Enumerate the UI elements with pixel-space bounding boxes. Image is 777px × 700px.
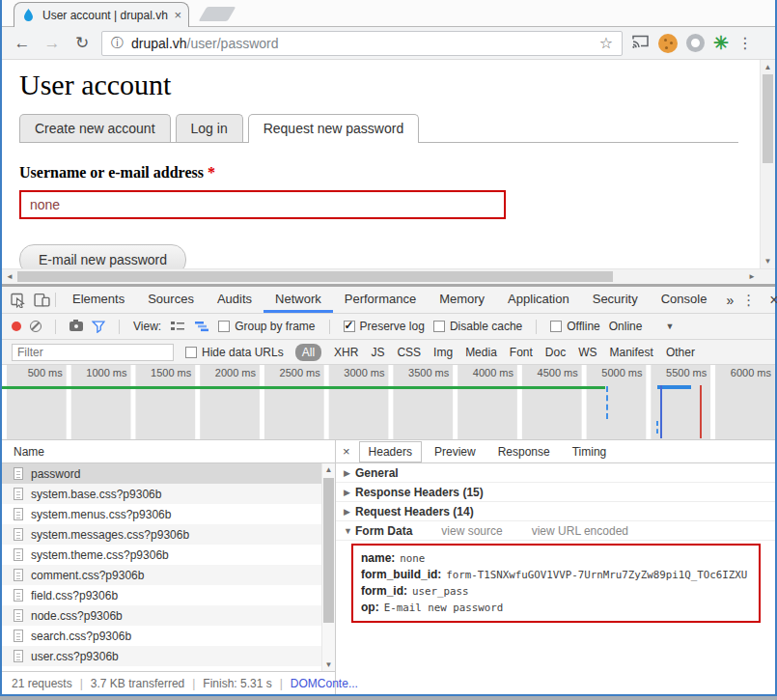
checkbox-unchecked-icon[interactable] bbox=[433, 321, 445, 332]
bookmark-star-icon[interactable]: ☆ bbox=[599, 34, 613, 52]
tab-close-icon[interactable]: × bbox=[174, 8, 181, 22]
details-tab[interactable]: Timing bbox=[563, 441, 617, 462]
list-scroll-thumb[interactable] bbox=[323, 478, 334, 623]
details-close-icon[interactable]: × bbox=[343, 444, 350, 459]
headers-section[interactable]: ▼ Form Data view sourceview URL encoded bbox=[336, 521, 775, 541]
request-type-filter[interactable]: Doc bbox=[545, 346, 566, 359]
request-type-filter[interactable]: XHR bbox=[334, 346, 358, 359]
hide-data-urls-checkbox[interactable]: Hide data URLs bbox=[185, 346, 284, 359]
details-tab[interactable]: Headers bbox=[359, 441, 422, 462]
checkbox-unchecked-icon[interactable] bbox=[185, 347, 197, 358]
devtools-tab[interactable]: Performance bbox=[333, 287, 428, 313]
forward-icon[interactable]: → bbox=[42, 35, 63, 51]
checkbox-checked-icon[interactable] bbox=[344, 321, 355, 332]
scroll-up-icon[interactable]: ▲ bbox=[761, 63, 775, 71]
disclosure-triangle-icon[interactable]: ▼ bbox=[344, 526, 355, 536]
request-type-filter[interactable]: Media bbox=[465, 346, 497, 359]
request-type-filter[interactable]: JS bbox=[371, 346, 384, 359]
requests-list-scrollbar[interactable]: ▲ ▼ bbox=[321, 463, 335, 671]
offline-checkbox[interactable]: Offline bbox=[550, 320, 599, 333]
request-type-filter[interactable]: Other bbox=[666, 346, 695, 359]
devtools-tab[interactable]: Memory bbox=[428, 287, 496, 313]
devtools-tab[interactable]: Application bbox=[496, 287, 581, 313]
request-row[interactable]: password bbox=[2, 463, 321, 484]
page-info-icon[interactable]: ⓘ bbox=[111, 35, 124, 52]
devtools-tab[interactable]: Security bbox=[581, 287, 650, 313]
disclosure-triangle-icon[interactable]: ▶ bbox=[344, 507, 355, 517]
scroll-up-icon[interactable]: ▲ bbox=[322, 465, 335, 474]
request-type-filter[interactable]: CSS bbox=[397, 346, 421, 359]
browser-tab[interactable]: User account | drupal.vh × bbox=[14, 2, 189, 27]
drupal-tab[interactable]: Log in bbox=[176, 114, 243, 142]
cookie-extension-icon[interactable] bbox=[658, 34, 678, 53]
screenshot-capture-icon[interactable] bbox=[69, 322, 83, 331]
throttling-dropdown[interactable]: Online ▼ bbox=[609, 320, 675, 333]
request-type-filter[interactable]: Img bbox=[433, 346, 453, 359]
details-tab[interactable]: Response bbox=[488, 441, 560, 462]
drupal-tab[interactable]: Request new password bbox=[248, 114, 420, 143]
filter-funnel-icon[interactable] bbox=[92, 321, 105, 333]
devtools-tab[interactable]: Elements bbox=[61, 287, 136, 313]
back-icon[interactable]: ← bbox=[12, 35, 33, 51]
request-row[interactable]: system.base.css?p9306b bbox=[2, 484, 321, 504]
request-row[interactable]: search.css?p9306b bbox=[2, 626, 321, 646]
page-vertical-scrollbar[interactable]: ▲ ▼ bbox=[760, 60, 775, 268]
view-link[interactable]: view URL encoded bbox=[532, 524, 628, 538]
scroll-left-icon[interactable]: ◄ bbox=[6, 272, 14, 281]
record-icon[interactable] bbox=[12, 322, 21, 331]
request-row[interactable]: user.css?p9306b bbox=[2, 646, 321, 666]
details-tab[interactable]: Preview bbox=[425, 441, 486, 462]
ring-extension-icon[interactable] bbox=[686, 34, 705, 52]
request-type-filter[interactable]: All bbox=[295, 344, 321, 361]
devtools-menu-icon[interactable]: ⋮ bbox=[741, 292, 756, 309]
scroll-down-icon[interactable]: ▼ bbox=[322, 660, 335, 669]
devtools-tab[interactable]: Audits bbox=[206, 287, 264, 313]
reload-icon[interactable]: ↻ bbox=[71, 35, 93, 51]
inspect-element-icon[interactable] bbox=[10, 293, 26, 308]
request-row[interactable]: node.css?p9306b bbox=[2, 605, 321, 626]
devtools-tab[interactable]: Sources bbox=[136, 287, 206, 313]
vertical-scroll-thumb[interactable] bbox=[763, 74, 773, 163]
devtools-tab[interactable]: Console bbox=[650, 287, 719, 313]
new-tab-button[interactable] bbox=[199, 7, 236, 21]
request-row[interactable]: system.menus.css?p9306b bbox=[2, 504, 321, 524]
address-bar[interactable]: ⓘ drupal.vh/user/password ☆ bbox=[101, 31, 623, 56]
disable-cache-checkbox[interactable]: Disable cache bbox=[433, 320, 522, 333]
disclosure-triangle-icon[interactable]: ▶ bbox=[344, 468, 355, 478]
request-type-filter[interactable]: Font bbox=[510, 346, 533, 359]
filter-input[interactable] bbox=[12, 344, 174, 361]
group-by-frame-checkbox[interactable]: Group by frame bbox=[218, 320, 315, 333]
request-type-filter[interactable]: WS bbox=[578, 346, 597, 359]
checkbox-unchecked-icon[interactable] bbox=[218, 321, 230, 332]
disclosure-triangle-icon[interactable]: ▶ bbox=[344, 488, 355, 497]
cast-icon[interactable] bbox=[631, 34, 650, 52]
preserve-log-checkbox[interactable]: Preserve log bbox=[344, 320, 425, 333]
headers-section[interactable]: ▶ Request Headers (14) bbox=[336, 502, 775, 521]
waterfall-overview-icon[interactable] bbox=[194, 321, 209, 332]
devtools-close-icon[interactable]: × bbox=[769, 292, 777, 309]
network-overview[interactable]: 500 ms1000 ms1500 ms2000 ms2500 ms3000 m… bbox=[2, 365, 775, 440]
page-horizontal-scrollbar[interactable]: ◄ ► bbox=[2, 268, 775, 284]
green-bug-extension-icon[interactable]: ✳ bbox=[713, 34, 729, 52]
drupal-tab[interactable]: Create new account bbox=[19, 114, 171, 142]
request-row[interactable]: field.css?p9306b bbox=[2, 585, 321, 605]
headers-section[interactable]: ▶ Response Headers (15) bbox=[336, 483, 775, 502]
devtools-tab[interactable]: Network bbox=[264, 287, 333, 313]
device-toolbar-icon[interactable] bbox=[34, 293, 50, 307]
browser-menu-icon[interactable]: ⋮ bbox=[737, 34, 753, 52]
username-input[interactable] bbox=[19, 190, 506, 219]
name-column-header[interactable]: Name bbox=[2, 440, 335, 463]
request-row[interactable]: system.messages.css?p9306b bbox=[2, 524, 321, 545]
request-row[interactable]: system.theme.css?p9306b bbox=[2, 545, 321, 565]
request-type-filter[interactable]: Manifest bbox=[610, 346, 653, 359]
clear-icon[interactable] bbox=[30, 321, 42, 332]
view-link[interactable]: view source bbox=[441, 524, 502, 538]
scroll-down-icon[interactable]: ▼ bbox=[761, 257, 775, 266]
view-list-icon[interactable] bbox=[170, 320, 185, 333]
headers-section[interactable]: ▶ General bbox=[336, 463, 775, 483]
more-tabs-icon[interactable]: » bbox=[718, 293, 741, 308]
horizontal-scroll-thumb[interactable] bbox=[17, 271, 613, 282]
request-row[interactable]: comment.css?p9306b bbox=[2, 565, 321, 585]
checkbox-unchecked-icon[interactable] bbox=[550, 321, 562, 332]
scroll-right-icon[interactable]: ► bbox=[748, 272, 756, 281]
